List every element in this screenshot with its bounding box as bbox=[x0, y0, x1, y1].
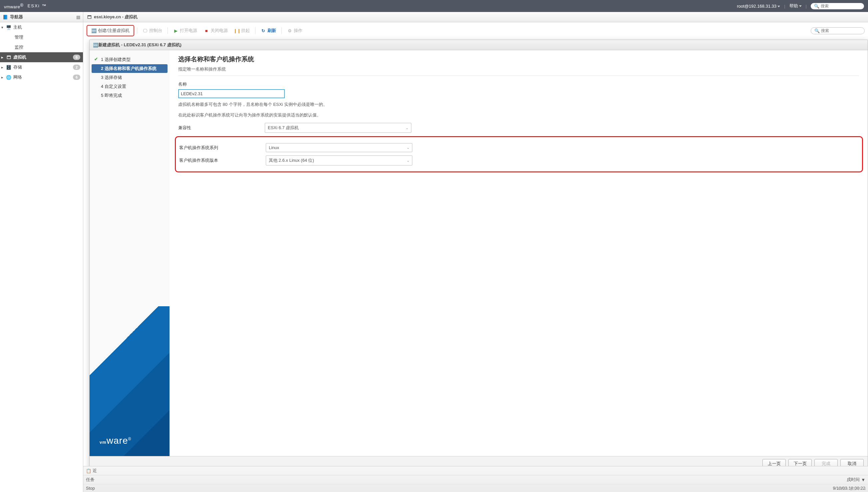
wizard-step-2[interactable]: 2 选择名称和客户机操作系统 bbox=[92, 64, 168, 73]
nav-network[interactable]: ▸ 🌐 网络 6 bbox=[0, 72, 83, 82]
console-button[interactable]: 🖵控制台 bbox=[140, 26, 165, 35]
nav-host-monitor[interactable]: 监控 bbox=[0, 42, 83, 52]
vm-name-input[interactable] bbox=[178, 89, 285, 98]
nav-vm[interactable]: ▸ 🗔 虚拟机 6 bbox=[0, 52, 83, 62]
refresh-icon: ↻ bbox=[261, 28, 266, 33]
refresh-label: 刷新 bbox=[267, 28, 276, 33]
wizard-brand-bg: vmware® bbox=[90, 306, 170, 456]
wizard-step-4[interactable]: 4 自定义设置 bbox=[92, 82, 168, 91]
tasks-columns: 任务 戍时间 ▼ bbox=[83, 475, 868, 484]
os-version-select[interactable]: 其他 2.6.x Linux (64 位)⌄ bbox=[266, 155, 412, 166]
navigator-title-bar: 📘 导航器 ▤ bbox=[0, 12, 83, 22]
ident-note: 在此处标识客户机操作系统可让向导为操作系统的安装提供适当的默认值。 bbox=[178, 112, 859, 118]
network-icon: 🌐 bbox=[6, 75, 11, 80]
name-label: 名称 bbox=[178, 81, 859, 87]
play-icon: ▶ bbox=[173, 28, 178, 33]
logo-esxi: ESXi bbox=[28, 3, 40, 8]
host-icon: 🖥️ bbox=[6, 25, 11, 30]
chevron-down-icon: ⌄ bbox=[407, 146, 409, 149]
tree-expand-icon[interactable]: ▸ bbox=[1, 75, 3, 79]
nav-storage-count: 2 bbox=[73, 65, 80, 70]
highlight-os-selects: 客户机操作系统系列 Linux⌄ 客户机操作系统版本 其他 2.6.x Linu… bbox=[175, 136, 863, 172]
chevron-down-icon bbox=[799, 5, 802, 7]
actions-label: 操作 bbox=[294, 28, 303, 33]
help-menu[interactable]: 帮助 bbox=[789, 3, 802, 9]
storage-icon: 🗄️ bbox=[6, 65, 11, 70]
navigator-icon: 📘 bbox=[3, 14, 8, 20]
user-label: root@192.168.31.33 bbox=[737, 4, 776, 9]
cancel-button[interactable]: 取消 bbox=[840, 459, 864, 466]
compat-label: 兼容性 bbox=[178, 125, 265, 131]
finish-button[interactable]: 完成 bbox=[814, 459, 838, 466]
nav-network-count: 6 bbox=[73, 75, 80, 80]
nav-storage[interactable]: ▸ 🗄️ 存储 2 bbox=[0, 62, 83, 72]
nav-host-manage[interactable]: 管理 bbox=[0, 32, 83, 42]
navigator-title: 导航器 bbox=[10, 14, 23, 20]
pause-icon: ❙❙ bbox=[235, 28, 240, 33]
wizard-step-3-label: 3 选择存储 bbox=[101, 75, 122, 80]
separator bbox=[255, 27, 256, 34]
next-button[interactable]: 下一页 bbox=[788, 459, 812, 466]
watermark: CSDN @王十一x bbox=[838, 486, 866, 491]
panel-menu-icon[interactable]: ▤ bbox=[76, 15, 80, 20]
power-on-label: 打开电源 bbox=[180, 28, 197, 33]
os-family-select[interactable]: Linux⌄ bbox=[266, 143, 412, 152]
user-menu[interactable]: root@192.168.31.33 bbox=[737, 4, 780, 9]
sort-desc-icon[interactable]: ▼ bbox=[861, 477, 865, 482]
compat-row: 兼容性 ESXi 6.7 虚拟机⌄ bbox=[178, 123, 859, 133]
create-vm-button[interactable]: 🆕 创建/注册虚拟机 bbox=[89, 26, 132, 35]
os-version-label: 客户机操作系统版本 bbox=[179, 157, 266, 164]
compat-select[interactable]: ESXi 6.7 虚拟机⌄ bbox=[265, 123, 411, 133]
form-subheading: 指定唯一名称和操作系统 bbox=[178, 66, 859, 72]
table-row[interactable]: Stop 9/10/03 18:00:22 bbox=[83, 484, 868, 492]
power-on-button[interactable]: ▶打开电源 bbox=[171, 26, 200, 35]
help-label: 帮助 bbox=[789, 3, 798, 8]
power-off-label: 关闭电源 bbox=[211, 28, 228, 33]
recent-tasks-panel: 📋 近 任务 戍时间 ▼ Stop 9/10/03 18:00:22 bbox=[83, 466, 868, 492]
col-task: 任务 bbox=[86, 477, 106, 483]
col-finish-time: 戍时间 bbox=[847, 477, 860, 483]
tasks-title-trunc: 近 bbox=[93, 468, 97, 474]
app-header: vmware® ESXi™ root@192.168.31.33 | 帮助 | … bbox=[0, 0, 868, 12]
tree-collapse-icon[interactable]: ▾ bbox=[1, 25, 3, 30]
global-search-input[interactable] bbox=[821, 4, 861, 8]
nav-host[interactable]: ▾ 🖥️ 主机 bbox=[0, 22, 83, 32]
main-panel: 🗔 esxi.kioye.cn - 虚拟机 🆕 创建/注册虚拟机 🖵控制台 ▶打… bbox=[83, 12, 868, 492]
wizard-step-4-label: 4 自定义设置 bbox=[101, 84, 126, 89]
wizard-footer: 上一页 下一页 完成 取消 bbox=[90, 456, 868, 466]
divider bbox=[178, 76, 859, 76]
vm-icon: 🗔 bbox=[87, 14, 92, 20]
wizard-title: 新建虚拟机 - LEDEv2.31 (ESXi 6.7 虚拟机) bbox=[98, 42, 182, 48]
wizard-form: 选择名称和客户机操作系统 指定唯一名称和操作系统 名称 虚拟机名称最多可包含 8… bbox=[170, 50, 868, 456]
power-off-button[interactable]: ■关闭电源 bbox=[201, 26, 231, 35]
stop-icon: ■ bbox=[204, 28, 209, 33]
toolbar-search-input[interactable] bbox=[821, 28, 861, 33]
name-hint: 虚拟机名称最多可包含 80 个字符，且名称在每个 ESXi 实例中必须是唯一的。 bbox=[178, 101, 859, 107]
form-heading: 选择名称和客户机操作系统 bbox=[178, 55, 859, 64]
tree-expand-icon[interactable]: ▸ bbox=[1, 65, 3, 70]
actions-button[interactable]: ⚙操作 bbox=[285, 26, 305, 35]
gear-icon: ⚙ bbox=[287, 28, 292, 33]
prev-button[interactable]: 上一页 bbox=[763, 459, 786, 466]
suspend-button[interactable]: ❙❙挂起 bbox=[232, 26, 252, 35]
wizard-step-2-label: 2 选择名称和客户机操作系统 bbox=[101, 66, 156, 71]
separator bbox=[137, 27, 137, 34]
tasks-header[interactable]: 📋 近 bbox=[83, 466, 868, 475]
global-search[interactable]: 🔍 bbox=[811, 3, 864, 9]
wizard-step-1[interactable]: ✔1 选择创建类型 bbox=[92, 55, 168, 64]
toolbar-search[interactable]: 🔍 bbox=[811, 27, 865, 34]
vmware-logo: vmware® ESXi™ bbox=[4, 3, 46, 9]
wizard-step-3[interactable]: 3 选择存储 bbox=[92, 73, 168, 82]
navigator-panel: 📘 导航器 ▤ ▾ 🖥️ 主机 管理 监控 ▸ 🗔 虚拟机 6 ▸ 🗄️ 存储 bbox=[0, 12, 83, 492]
logo-reg: ® bbox=[20, 3, 24, 8]
tree-expand-icon[interactable]: ▸ bbox=[1, 55, 3, 59]
chevron-down-icon: ⌄ bbox=[407, 159, 409, 163]
nav-vm-count: 6 bbox=[73, 55, 80, 60]
new-vm-wizard: 🆕 新建虚拟机 - LEDEv2.31 (ESXi 6.7 虚拟机) ✔1 选择… bbox=[89, 40, 868, 466]
highlight-create: 🆕 创建/注册虚拟机 bbox=[87, 25, 134, 36]
console-label: 控制台 bbox=[149, 28, 162, 33]
refresh-button[interactable]: ↻刷新 bbox=[258, 26, 279, 35]
nav-host-label: 主机 bbox=[13, 24, 22, 30]
create-vm-label: 创建/注册虚拟机 bbox=[98, 28, 129, 33]
wizard-step-5[interactable]: 5 即将完成 bbox=[92, 91, 168, 100]
